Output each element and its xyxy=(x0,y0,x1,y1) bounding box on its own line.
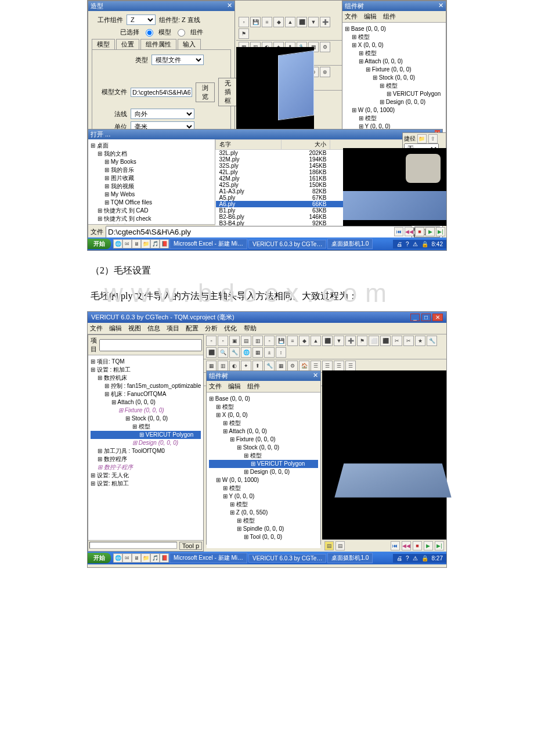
icon[interactable]: ⬆ xyxy=(252,361,263,371)
menu-edit[interactable]: 编辑 xyxy=(109,325,122,332)
icon[interactable]: ⚑ xyxy=(357,336,367,346)
tray-icon[interactable]: ⚠ xyxy=(413,555,418,561)
tree-node[interactable]: ⊞ Stock (0, 0, 0) xyxy=(209,444,318,452)
step-icon[interactable]: ▶| xyxy=(436,227,445,236)
tree-node[interactable]: ⊞ 模型 xyxy=(345,33,443,41)
icon[interactable]: ▥ xyxy=(252,336,263,346)
menu-project[interactable]: 项目 xyxy=(167,325,179,332)
quicklaunch-icon[interactable]: 📕 xyxy=(160,239,169,249)
tree-node[interactable]: ⊞ TQM Office files xyxy=(91,199,212,207)
tray-icon[interactable]: 🖨 xyxy=(396,241,402,247)
normal-combo[interactable]: 向外 xyxy=(131,109,194,119)
tree-node[interactable]: ⊞ Attach (0, 0, 0) xyxy=(209,427,318,435)
tree-node[interactable]: ⊞ Y (0, 0, 0) xyxy=(209,492,318,501)
tree-node[interactable]: ⊞ 数控机床 xyxy=(91,374,201,382)
minimize-icon[interactable]: _ xyxy=(410,314,420,321)
icon[interactable]: ◆ xyxy=(273,17,284,27)
menu-comp[interactable]: 组件 xyxy=(383,13,396,20)
icon[interactable]: ▫ xyxy=(264,336,275,346)
quicklaunch-icon[interactable]: 🌐 xyxy=(113,553,122,563)
tree-node[interactable]: ⊞ Attach (0, 0, 0) xyxy=(345,57,443,66)
project-tree[interactable]: ⊞ 项目: TQM⊞ 设置 : 粗加工⊞ 数控机床⊞ 控制 : fan15m_c… xyxy=(88,355,203,540)
rewind-icon[interactable]: ◀◀ xyxy=(402,541,411,550)
tree-node[interactable]: ⊞ 设置: 无人化 xyxy=(91,471,201,480)
icon[interactable]: ☰ xyxy=(345,361,356,371)
tree-node[interactable]: ⊞ Tool (0, 0, 0) xyxy=(209,533,318,541)
col-size[interactable]: 大小 xyxy=(281,140,330,150)
menu-optimize[interactable]: 优化 xyxy=(224,325,237,332)
menu-file[interactable]: 文件 xyxy=(90,325,103,332)
menu-comp[interactable]: 组件 xyxy=(247,383,260,390)
rewind-start-icon[interactable]: ⏮ xyxy=(391,541,400,550)
tree-node[interactable]: ⊞ Stock (0, 0, 0) xyxy=(91,415,201,423)
menu-file[interactable]: 文件 xyxy=(345,13,358,20)
start-button[interactable]: 开始 xyxy=(88,553,111,563)
3d-viewport[interactable] xyxy=(322,370,446,540)
tree-node[interactable]: ⊞ 模型 xyxy=(91,423,201,431)
tree-node[interactable]: ⊞ Design (0, 0, 0) xyxy=(91,439,201,447)
tree-node[interactable]: ⊞ 模型 xyxy=(209,419,318,427)
stop-icon[interactable]: ■ xyxy=(415,227,424,236)
icon[interactable]: ☰ xyxy=(311,361,321,371)
maximize-icon[interactable]: □ xyxy=(421,314,431,321)
tree-node[interactable]: ⊞ Design (0, 0, 0) xyxy=(345,98,443,106)
tree-node[interactable]: ⊞ 桌面 xyxy=(91,142,212,150)
tree-node[interactable]: ⊞ 我的文档 xyxy=(91,150,212,158)
tree-node[interactable]: ⊞ 模型 xyxy=(209,501,318,509)
icon[interactable]: ≡ xyxy=(287,336,298,346)
browse-button[interactable]: 浏览 xyxy=(196,82,215,102)
status-icon[interactable]: ▤ xyxy=(324,541,334,550)
icon[interactable]: ◆ xyxy=(299,336,309,346)
tab-position[interactable]: 位置 xyxy=(116,39,139,49)
quicklaunch-icon[interactable]: 🖥 xyxy=(132,553,141,563)
icon[interactable]: ▦ xyxy=(252,347,263,358)
icon[interactable]: ▫ xyxy=(206,336,217,346)
tree-node[interactable]: ⊞ Fixture (0, 0, 0) xyxy=(345,66,443,74)
tree-node[interactable]: ⊞ 机床 : FanucOfTQMA xyxy=(91,390,201,398)
quicklaunch-icon[interactable]: ✉ xyxy=(122,239,132,249)
icon[interactable]: ▦ xyxy=(276,361,286,371)
play-icon[interactable]: ▶ xyxy=(425,227,435,236)
radio-model[interactable] xyxy=(146,29,153,37)
icon[interactable]: ◐ xyxy=(229,361,240,371)
tree-node[interactable]: ⊞ My Books xyxy=(91,158,212,166)
tree-node[interactable]: ⊞ 模型 xyxy=(345,49,443,57)
icon[interactable]: ▦ xyxy=(206,361,217,371)
file-value-input[interactable] xyxy=(106,226,412,238)
icon[interactable]: ✂ xyxy=(403,336,414,346)
close-icon[interactable]: ✕ xyxy=(438,2,443,10)
type-combo[interactable]: 模型文件 xyxy=(151,55,204,65)
tree-node[interactable]: ⊞ 模型 xyxy=(345,114,443,123)
tree-node[interactable]: ⊞ 数控程序 xyxy=(91,455,201,463)
tree-node[interactable]: ⊞ 模型 xyxy=(209,403,318,411)
close-icon[interactable]: ✕ xyxy=(227,2,232,10)
tree-node[interactable]: ⊞ 设置 : 粗加工 xyxy=(91,366,201,374)
tray-icon[interactable]: 🔒 xyxy=(421,555,428,561)
task-excel[interactable]: Microsoft Excel - 新建 Mi… xyxy=(169,239,247,249)
play-icon[interactable]: ▶ xyxy=(424,541,433,550)
tree-node[interactable]: ⊞ 模型 xyxy=(209,452,318,460)
icon[interactable]: ➕ xyxy=(320,17,330,27)
folder-tree[interactable]: ⊞ 桌面⊞ 我的文档⊞ My Books⊞ 我的音乐⊞ 图片收藏⊞ 我的视频⊞ … xyxy=(88,139,215,224)
tree-node[interactable]: ⊞ Z (0, 0, 550) xyxy=(209,509,318,517)
icon[interactable]: ± xyxy=(264,347,275,358)
icon[interactable]: ⚙ xyxy=(320,42,330,52)
menu-analyze[interactable]: 分析 xyxy=(205,325,218,332)
tree-node[interactable]: ⊞ VERICUT Polygon xyxy=(91,431,201,439)
model-file-input[interactable] xyxy=(131,88,192,97)
menu-edit[interactable]: 编辑 xyxy=(228,383,241,390)
tree-node[interactable]: ⊞ 数控子程序 xyxy=(91,463,201,471)
quicklaunch-icon[interactable]: 📁 xyxy=(141,239,150,249)
stop-icon[interactable]: ■ xyxy=(413,541,422,550)
tree-node[interactable]: ⊞ 我的音乐 xyxy=(91,166,212,174)
tree-node[interactable]: ⊞ 快捷方式 到 check xyxy=(91,215,212,223)
start-button[interactable]: 开始 xyxy=(88,239,111,249)
icon[interactable]: 🔧 xyxy=(427,336,437,346)
tree-node[interactable]: ⊞ 设置: 粗加工 xyxy=(91,480,201,488)
icon[interactable]: ▣ xyxy=(229,336,240,346)
col-name[interactable]: 名字 xyxy=(216,140,282,150)
tray-icon[interactable]: 🔒 xyxy=(421,241,428,247)
icon[interactable]: ⬛ xyxy=(380,336,391,346)
icon[interactable]: ▼ xyxy=(308,17,319,27)
tree-node[interactable]: ⊞ VERICUT Polygon xyxy=(345,90,443,98)
